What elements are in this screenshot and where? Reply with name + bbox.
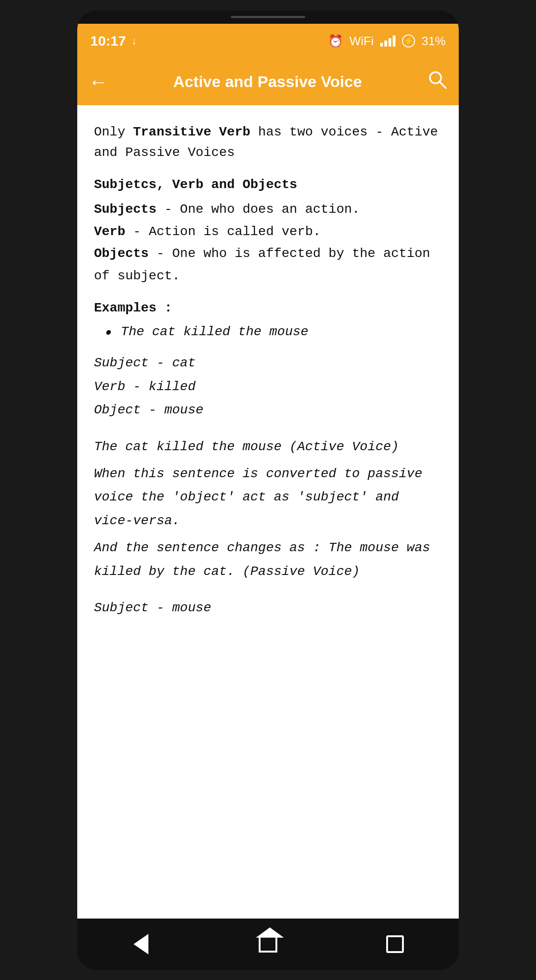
svg-line-1 [440, 82, 446, 88]
subject-mouse-block: Subject - mouse [94, 596, 442, 620]
signal-bars-icon [380, 35, 395, 47]
battery-percent: 31% [422, 34, 446, 48]
active-voice-sentence: The cat killed the mouse (Active Voice) [94, 435, 442, 459]
intro-paragraph: Only Transitive Verb has two voices - Ac… [94, 122, 442, 164]
bullet-example: • The cat killed the mouse [94, 324, 442, 342]
explanation-block: The cat killed the mouse (Active Voice) … [94, 435, 442, 583]
status-bar: 10:17 ↓ ⏰ WiFi ⚡ 31% [77, 24, 459, 59]
status-time: 10:17 ↓ [90, 33, 137, 49]
charging-icon: ⚡ [402, 34, 415, 47]
bullet-text: The cat killed the mouse [121, 324, 308, 339]
subject-mouse: Subject - mouse [94, 596, 442, 620]
phone-frame: 10:17 ↓ ⏰ WiFi ⚡ 31% ← Active and Passiv… [77, 11, 459, 970]
status-icons: ⏰ WiFi ⚡ 31% [328, 34, 446, 48]
section-heading: Subjetcs, Verb and Objects [94, 177, 442, 192]
download-icon: ↓ [132, 35, 137, 47]
analysis-block: Subject - cat Verb - killed Object - mou… [94, 351, 442, 422]
clock-time: 10:17 [90, 33, 126, 49]
wifi-icon: WiFi [349, 34, 374, 48]
objects-definition: Objects - One who is affected by the act… [94, 243, 442, 287]
nav-recent-button[interactable] [381, 930, 409, 958]
phone-notch [77, 11, 459, 24]
transitive-verb-bold: Transitive Verb [133, 125, 250, 139]
subject-cat: Subject - cat [94, 351, 442, 375]
content-area: Only Transitive Verb has two voices - Ac… [77, 105, 459, 919]
search-button[interactable] [427, 69, 448, 94]
toolbar: ← Active and Passive Voice [77, 59, 459, 105]
nav-back-icon [134, 934, 148, 954]
bullet-dot: • [103, 325, 114, 342]
nav-back-button[interactable] [127, 930, 155, 958]
passive-conversion-explanation: When this sentence is converted to passi… [94, 462, 442, 533]
subjects-definition: Subjects - One who does an action. [94, 198, 442, 221]
object-mouse: Object - mouse [94, 399, 442, 422]
alarm-icon: ⏰ [328, 34, 343, 48]
passive-voice-sentence: And the sentence changes as : The mouse … [94, 536, 442, 583]
nav-recent-icon [386, 935, 404, 953]
back-button[interactable]: ← [88, 71, 108, 93]
verb-killed: Verb - killed [94, 375, 442, 399]
nav-home-icon [259, 936, 277, 953]
verb-definition: Verb - Action is called verb. [94, 221, 442, 243]
definitions-block: Subjects - One who does an action. Verb … [94, 198, 442, 287]
nav-home-button[interactable] [254, 930, 282, 958]
notch-line [231, 16, 305, 18]
bottom-nav [77, 919, 459, 970]
toolbar-title: Active and Passive Voice [117, 73, 418, 91]
examples-heading: Examples : [94, 301, 442, 315]
